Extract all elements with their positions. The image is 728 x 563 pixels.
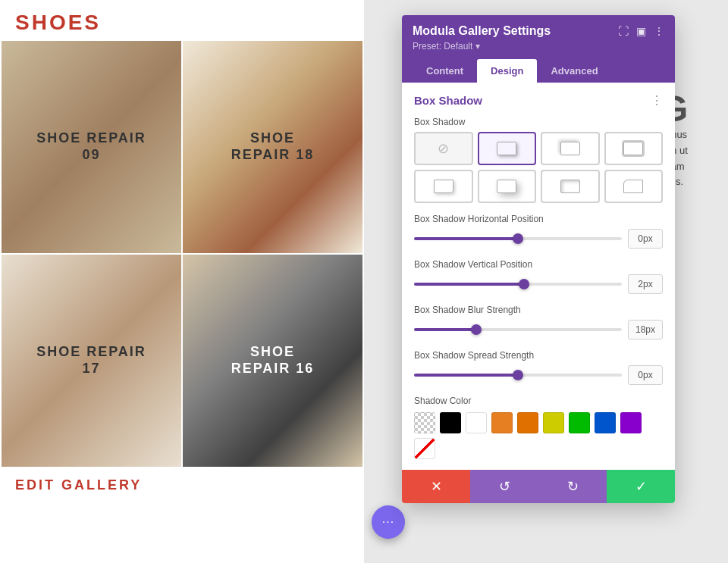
gallery-item[interactable]: SHOE REPAIR 09 <box>2 41 181 253</box>
more-icon[interactable]: ⋮ <box>654 25 664 37</box>
header-icons: ⛶ ▣ ⋮ <box>618 25 664 37</box>
gallery-item[interactable]: SHOE REPAIR 18 <box>183 41 362 253</box>
columns-icon[interactable]: ▣ <box>636 25 646 37</box>
slider-horizontal: Box Shadow Horizontal Position 0px <box>414 214 663 249</box>
slider-fill <box>414 283 524 286</box>
slider-fill <box>414 328 476 331</box>
color-swatch-black[interactable] <box>440 412 461 433</box>
color-swatch-checker[interactable] <box>414 412 435 433</box>
shadow-preview <box>560 180 580 193</box>
slider-thumb[interactable] <box>513 233 523 244</box>
shadow-color-section: Shadow Color <box>414 396 663 459</box>
shadow-option-3[interactable] <box>604 132 664 165</box>
settings-body: Box Shadow ⋮ Box Shadow ⊘ <box>402 83 675 470</box>
slider-thumb[interactable] <box>519 279 529 289</box>
slider-track[interactable] <box>414 283 622 286</box>
gallery-grid: SHOE REPAIR 09 SHOE REPAIR 18 SHOE REPAI… <box>0 41 364 467</box>
confirm-icon: ✓ <box>635 478 647 495</box>
slider-row: 2px <box>414 274 663 294</box>
settings-tabs: Content Design Advanced <box>413 59 664 83</box>
slider-thumb[interactable] <box>513 370 523 380</box>
settings-panel: Modula Gallery Settings ⛶ ▣ ⋮ Preset: De… <box>402 15 675 503</box>
gallery-title: SHOES <box>0 0 364 41</box>
disabled-icon: ⊘ <box>438 140 449 157</box>
slider-track[interactable] <box>414 374 622 377</box>
color-swatch-white[interactable] <box>466 412 487 433</box>
shadow-preview <box>623 180 643 193</box>
item-label: SHOE REPAIR 17 <box>36 344 146 377</box>
slider-row: 0px <box>414 229 663 249</box>
tab-advanced[interactable]: Advanced <box>537 59 611 83</box>
cancel-button[interactable]: ✕ <box>402 470 470 503</box>
edit-gallery-link[interactable]: EDIT GALLERY <box>0 467 364 504</box>
slider-value[interactable]: 18px <box>628 320 663 339</box>
gallery-panel: SHOES SHOE REPAIR 09 SHOE REPAIR 18 SHOE… <box>0 0 364 563</box>
item-label: SHOE REPAIR 16 <box>231 344 315 377</box>
shadow-preview <box>434 180 453 193</box>
shadow-style-grid: ⊘ <box>414 132 663 203</box>
fab-icon: ··· <box>382 515 394 529</box>
shadow-option-5[interactable] <box>478 170 537 203</box>
slider-spread: Box Shadow Spread Strength 0px <box>414 350 663 385</box>
undo-icon: ↺ <box>499 478 510 495</box>
expand-icon[interactable]: ⛶ <box>618 25 629 37</box>
shadow-preview <box>497 142 516 155</box>
color-swatch-blue[interactable] <box>595 412 616 433</box>
redo-button[interactable]: ↻ <box>538 470 607 503</box>
gallery-item[interactable]: SHOE REPAIR 16 <box>183 255 362 467</box>
action-bar: ✕ ↺ ↻ ✓ <box>402 470 675 503</box>
shadow-preview <box>560 142 580 155</box>
slider-row: 0px <box>414 365 663 385</box>
item-label: SHOE REPAIR 09 <box>36 130 146 163</box>
slider-label: Box Shadow Blur Strength <box>414 305 663 315</box>
cancel-icon: ✕ <box>431 478 442 495</box>
slider-track[interactable] <box>414 328 622 331</box>
color-swatch-orange[interactable] <box>491 412 513 433</box>
slider-value[interactable]: 0px <box>628 229 663 249</box>
shadow-option-6[interactable] <box>541 170 600 203</box>
color-swatches <box>414 412 663 459</box>
settings-header: Modula Gallery Settings ⛶ ▣ ⋮ Preset: De… <box>402 15 675 83</box>
slider-thumb[interactable] <box>471 324 482 335</box>
shadow-option-7[interactable] <box>604 170 664 203</box>
shadow-preview <box>497 180 516 193</box>
box-shadow-section-header: Box Shadow ⋮ <box>414 93 663 108</box>
color-swatch-dark-orange[interactable] <box>517 412 538 433</box>
gallery-item[interactable]: SHOE REPAIR 17 <box>2 255 181 467</box>
shadow-option-1[interactable] <box>478 132 537 165</box>
slider-fill <box>414 237 518 240</box>
shadow-color-label: Shadow Color <box>414 396 663 406</box>
slider-label: Box Shadow Horizontal Position <box>414 214 663 224</box>
shadow-option-4[interactable] <box>414 170 473 203</box>
slider-label: Box Shadow Spread Strength <box>414 350 663 361</box>
color-swatch-green[interactable] <box>569 412 590 433</box>
shadow-preview <box>623 142 643 155</box>
section-title: Box Shadow <box>414 94 482 107</box>
item-label: SHOE REPAIR 18 <box>231 130 315 163</box>
tab-design[interactable]: Design <box>477 59 537 83</box>
undo-button[interactable]: ↺ <box>470 470 538 503</box>
color-swatch-transparent[interactable] <box>414 438 435 459</box>
slider-track[interactable] <box>414 237 622 240</box>
tab-content[interactable]: Content <box>413 59 477 83</box>
slider-fill <box>414 374 518 377</box>
settings-title: Modula Gallery Settings <box>413 24 551 38</box>
box-shadow-label: Box Shadow <box>414 117 663 127</box>
slider-value[interactable]: 0px <box>628 365 663 385</box>
section-menu-icon[interactable]: ⋮ <box>651 93 663 108</box>
color-swatch-yellow[interactable] <box>543 412 564 433</box>
redo-icon: ↻ <box>567 478 579 495</box>
slider-blur: Box Shadow Blur Strength 18px <box>414 305 663 339</box>
slider-vertical: Box Shadow Vertical Position 2px <box>414 259 663 294</box>
fab-button[interactable]: ··· <box>372 505 405 539</box>
preset-selector[interactable]: Preset: Default ▾ <box>413 41 664 52</box>
slider-label: Box Shadow Vertical Position <box>414 259 663 270</box>
confirm-button[interactable]: ✓ <box>607 470 675 503</box>
slider-row: 18px <box>414 320 663 339</box>
shadow-option-2[interactable] <box>541 132 600 165</box>
shadow-none-option[interactable]: ⊘ <box>414 132 473 165</box>
color-swatch-purple[interactable] <box>620 412 642 433</box>
slider-value[interactable]: 2px <box>628 274 663 294</box>
